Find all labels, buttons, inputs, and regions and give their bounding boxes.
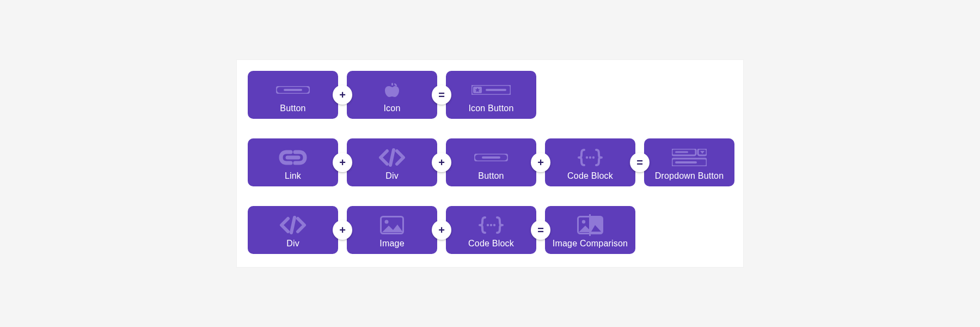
plus-operator: + <box>432 153 451 172</box>
button-icon <box>450 144 532 171</box>
svg-rect-1 <box>284 89 302 91</box>
tile-link: Link <box>248 138 338 186</box>
svg-line-19 <box>291 217 295 233</box>
equals-operator: = <box>630 153 650 172</box>
svg-rect-2 <box>391 83 393 86</box>
div-icon <box>351 144 433 171</box>
tile-label: Icon <box>383 104 400 113</box>
tile-icon-button: Icon Button <box>446 71 536 119</box>
svg-point-21 <box>385 220 389 224</box>
tile-label: Button <box>280 104 305 113</box>
tile-code-block: Code Block <box>446 206 536 254</box>
svg-rect-9 <box>482 156 500 159</box>
image-comparison-icon <box>549 211 631 239</box>
plus-operator: + <box>432 220 451 240</box>
tile-button: Button <box>446 138 536 186</box>
tile-label: Button <box>478 171 504 181</box>
button-icon <box>252 76 334 104</box>
equals-operator: = <box>432 85 451 105</box>
diagram-panel: Button + Icon = Icon Button Link + Div +… <box>237 60 743 267</box>
code-block-icon <box>450 211 532 239</box>
plus-operator: + <box>333 153 352 172</box>
tile-image: Image <box>347 206 437 254</box>
tile-div: Div <box>347 138 437 186</box>
svg-point-22 <box>487 224 489 226</box>
svg-rect-5 <box>486 89 506 91</box>
svg-point-11 <box>589 156 591 159</box>
code-block-icon <box>549 144 631 171</box>
plus-operator: + <box>333 85 352 105</box>
tile-label: Icon Button <box>468 104 513 113</box>
tile-dropdown-button: Dropdown Button <box>644 138 734 186</box>
tile-label: Image <box>379 239 404 249</box>
tile-label: Code Block <box>567 171 613 181</box>
equation-row-0: Button + Icon = Icon Button <box>248 71 743 119</box>
tile-label: Div <box>385 171 399 181</box>
equation-row-2: Div + Image + Code Block = Image Compari… <box>248 206 743 254</box>
tile-button: Button <box>248 71 338 119</box>
plus-operator: + <box>333 220 352 240</box>
tile-code-block: Code Block <box>545 138 635 186</box>
svg-point-10 <box>586 156 588 159</box>
tile-div: Div <box>248 206 338 254</box>
div-icon <box>252 211 334 239</box>
svg-point-26 <box>582 220 585 223</box>
tile-label: Div <box>286 239 299 249</box>
svg-rect-18 <box>675 161 697 164</box>
plus-operator: + <box>531 153 550 172</box>
image-icon <box>351 211 433 239</box>
svg-line-7 <box>390 150 394 165</box>
tile-icon: Icon <box>347 71 437 119</box>
svg-point-23 <box>490 224 492 226</box>
svg-rect-27 <box>589 214 591 236</box>
tile-label: Image Comparison <box>553 239 628 249</box>
equation-row-1: Link + Div + Button + Code Block = Dropd… <box>248 138 743 186</box>
icon-button-icon <box>450 76 532 104</box>
tile-label: Dropdown Button <box>655 171 724 181</box>
svg-rect-14 <box>675 152 688 153</box>
link-icon <box>252 144 334 171</box>
tile-label: Link <box>285 171 301 181</box>
svg-marker-16 <box>700 151 705 154</box>
svg-point-12 <box>592 156 595 159</box>
svg-point-24 <box>493 224 495 226</box>
tile-image-comparison: Image Comparison <box>545 206 635 254</box>
dropdown-button-icon <box>648 144 730 171</box>
tile-label: Code Block <box>468 239 514 249</box>
equals-operator: = <box>531 220 550 240</box>
apple-icon <box>351 76 433 104</box>
